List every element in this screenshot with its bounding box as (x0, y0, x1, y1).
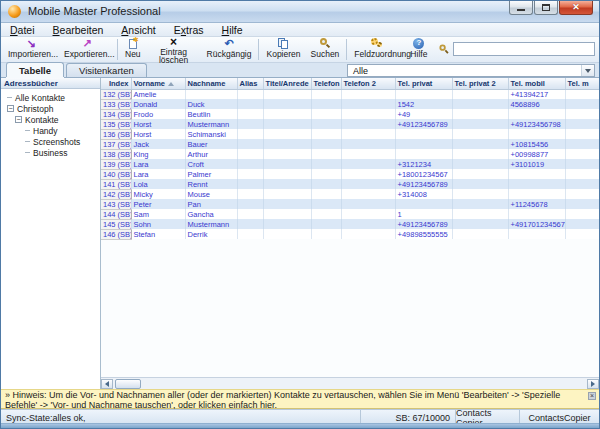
table-row[interactable]: 135 (SB)HorstMustermann+49123456789+4912… (101, 119, 599, 129)
cell-telefon[interactable] (311, 179, 341, 189)
cell-tel_mobil2[interactable] (565, 209, 599, 219)
cell-tel_privat2[interactable] (452, 99, 508, 109)
cell-titel[interactable] (263, 129, 311, 139)
toolbar-button-rückgängig[interactable]: ↶Rückgängig (202, 37, 257, 62)
cell-vorname[interactable]: Lara (131, 169, 185, 179)
cell-telefon2[interactable] (341, 219, 395, 229)
cell-telefon[interactable] (311, 219, 341, 229)
table-row[interactable]: 145 (SB)SohnMustermann+49123456789+49170… (101, 219, 599, 229)
cell-tel_privat[interactable]: +49123456789 (395, 179, 452, 189)
cell-tel_mobil2[interactable] (565, 89, 599, 99)
cell-titel[interactable] (263, 209, 311, 219)
cell-titel[interactable] (263, 149, 311, 159)
cell-telefon2[interactable] (341, 159, 395, 169)
cell-vorname[interactable]: King (131, 149, 185, 159)
cell-tel_mobil[interactable] (508, 179, 565, 189)
cell-tel_privat2[interactable] (452, 219, 508, 229)
scroll-right-arrow-icon[interactable] (587, 379, 599, 389)
column-header-index[interactable]: Index (101, 78, 131, 89)
column-header-tel_mobil2[interactable]: Tel. m (565, 78, 599, 89)
table-row[interactable]: 138 (SB)KingArthur+00998877 (101, 149, 599, 159)
cell-tel_privat[interactable] (395, 149, 452, 159)
cell-nachname[interactable]: Rennt (185, 179, 237, 189)
cell-alias[interactable] (237, 99, 263, 109)
cell-telefon2[interactable] (341, 119, 395, 129)
cell-telefon2[interactable] (341, 89, 395, 99)
cell-tel_privat[interactable]: +49898555555 (395, 229, 452, 239)
toolbar-button-importieren[interactable]: ↘Importieren... (3, 37, 59, 62)
column-header-telefon[interactable]: Telefon (311, 78, 341, 89)
cell-titel[interactable] (263, 219, 311, 229)
cell-titel[interactable] (263, 119, 311, 129)
cell-tel_privat2[interactable] (452, 209, 508, 219)
table-row[interactable]: 139 (SB)LaraCroft+3121234+3101019 (101, 159, 599, 169)
column-header-nachname[interactable]: Nachname (185, 78, 237, 89)
cell-index[interactable]: 142 (SB) (101, 189, 131, 199)
cell-tel_privat[interactable]: +3121234 (395, 159, 452, 169)
cell-titel[interactable] (263, 159, 311, 169)
scroll-left-arrow-icon[interactable] (101, 379, 113, 389)
dropdown-arrow-box[interactable] (581, 65, 594, 76)
cell-index[interactable]: 136 (SB) (101, 129, 131, 139)
cell-vorname[interactable]: Jack (131, 139, 185, 149)
cell-tel_mobil2[interactable] (565, 199, 599, 209)
cell-tel_privat[interactable]: 1 (395, 209, 452, 219)
cell-tel_privat2[interactable] (452, 119, 508, 129)
cell-tel_mobil[interactable]: +49123456798 (508, 119, 565, 129)
menu-ansicht[interactable]: Ansicht (112, 23, 164, 36)
cell-tel_privat[interactable]: +49123456789 (395, 219, 452, 229)
minimize-button[interactable] (509, 1, 533, 15)
cell-vorname[interactable]: Donald (131, 99, 185, 109)
tab-tabelle[interactable]: Tabelle (6, 62, 64, 77)
cell-telefon[interactable] (311, 209, 341, 219)
cell-index[interactable]: 144 (SB) (101, 209, 131, 219)
cell-index[interactable]: 139 (SB) (101, 159, 131, 169)
cell-nachname[interactable]: Gancha (185, 209, 237, 219)
table-row[interactable]: 140 (SB)LaraPalmer+18001234567 (101, 169, 599, 179)
cell-nachname[interactable]: Mustermann (185, 119, 237, 129)
cell-tel_mobil[interactable] (508, 209, 565, 219)
cell-telefon2[interactable] (341, 109, 395, 119)
cell-vorname[interactable]: Frodo (131, 109, 185, 119)
cell-nachname[interactable]: Arthur (185, 149, 237, 159)
tree-item-business[interactable]: Business (1, 147, 100, 158)
cell-alias[interactable] (237, 149, 263, 159)
cell-telefon[interactable] (311, 169, 341, 179)
cell-tel_privat2[interactable] (452, 109, 508, 119)
cell-tel_mobil2[interactable] (565, 179, 599, 189)
cell-titel[interactable] (263, 229, 311, 239)
cell-nachname[interactable] (185, 89, 237, 99)
cell-titel[interactable] (263, 169, 311, 179)
cell-tel_privat[interactable]: +18001234567 (395, 169, 452, 179)
column-header-tel_privat2[interactable]: Tel. privat 2 (452, 78, 508, 89)
cell-titel[interactable] (263, 99, 311, 109)
cell-tel_mobil[interactable]: +10815456 (508, 139, 565, 149)
cell-index[interactable]: 134 (SB) (101, 109, 131, 119)
cell-alias[interactable] (237, 109, 263, 119)
cell-tel_mobil2[interactable] (565, 169, 599, 179)
cell-alias[interactable] (237, 199, 263, 209)
cell-nachname[interactable]: Croft (185, 159, 237, 169)
cell-nachname[interactable]: Duck (185, 99, 237, 109)
cell-telefon2[interactable] (341, 99, 395, 109)
cell-titel[interactable] (263, 179, 311, 189)
cell-tel_mobil[interactable] (508, 169, 565, 179)
cell-tel_mobil[interactable]: +11245678 (508, 199, 565, 209)
cell-index[interactable]: 146 (SB) (101, 229, 131, 239)
cell-tel_privat[interactable] (395, 89, 452, 99)
cell-telefon2[interactable] (341, 189, 395, 199)
cell-vorname[interactable]: Stefan (131, 229, 185, 239)
cell-nachname[interactable]: Mouse (185, 189, 237, 199)
cell-tel_mobil2[interactable] (565, 139, 599, 149)
hint-bar[interactable]: » Hinweis: Um die Vor- und Nachnamen all… (1, 389, 599, 409)
cell-tel_mobil[interactable]: 4568896 (508, 99, 565, 109)
cell-tel_mobil2[interactable] (565, 159, 599, 169)
cell-tel_privat[interactable]: 1542 (395, 99, 452, 109)
cell-index[interactable]: 135 (SB) (101, 119, 131, 129)
cell-telefon[interactable] (311, 129, 341, 139)
cell-tel_mobil2[interactable] (565, 129, 599, 139)
cell-vorname[interactable]: Sohn (131, 219, 185, 229)
cell-tel_mobil[interactable] (508, 229, 565, 239)
tree-item-christoph[interactable]: −Christoph (1, 103, 100, 114)
cell-alias[interactable] (237, 219, 263, 229)
